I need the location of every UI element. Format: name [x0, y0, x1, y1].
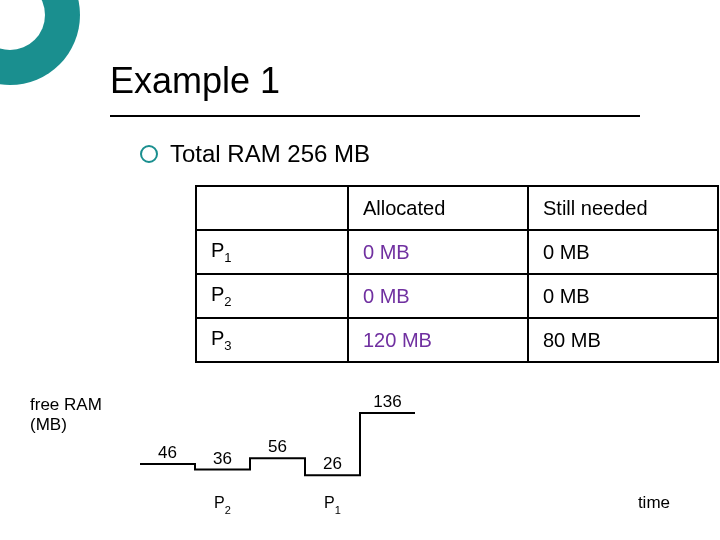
bullet-icon [140, 145, 158, 163]
free-ram-axis-label: free RAM (MB) [30, 395, 102, 436]
proc-marker: P2 [214, 494, 231, 516]
still-cell: 80 MB [528, 318, 718, 362]
free-ram-step-chart: 46365626136P2P1time [130, 395, 690, 515]
table-row: P2 0 MB 0 MB [196, 274, 718, 318]
bullet-item: Total RAM 256 MB [140, 140, 370, 168]
table-row: P1 0 MB 0 MB [196, 230, 718, 274]
step-value-label: 136 [373, 392, 401, 411]
proc-cell: P2 [196, 274, 348, 318]
proc-cell: P1 [196, 230, 348, 274]
table-header-still: Still needed [528, 186, 718, 230]
table-header-proc [196, 186, 348, 230]
still-cell: 0 MB [528, 274, 718, 318]
allocation-table: Allocated Still needed P1 0 MB 0 MB P2 0… [195, 185, 719, 363]
title-rule [110, 115, 640, 117]
step-value-label: 56 [268, 437, 287, 456]
table-row: P3 120 MB 80 MB [196, 318, 718, 362]
allocated-cell: 120 MB [348, 318, 528, 362]
step-value-label: 36 [213, 449, 232, 468]
decorative-circle [0, 0, 80, 85]
step-value-label: 26 [323, 454, 342, 473]
page-title: Example 1 [110, 60, 280, 102]
bullet-text: Total RAM 256 MB [170, 140, 370, 168]
proc-marker: P1 [324, 494, 341, 516]
table-header-allocated: Allocated [348, 186, 528, 230]
time-axis-label: time [638, 493, 670, 512]
allocated-cell: 0 MB [348, 274, 528, 318]
step-value-label: 46 [158, 443, 177, 462]
proc-cell: P3 [196, 318, 348, 362]
still-cell: 0 MB [528, 230, 718, 274]
allocated-cell: 0 MB [348, 230, 528, 274]
